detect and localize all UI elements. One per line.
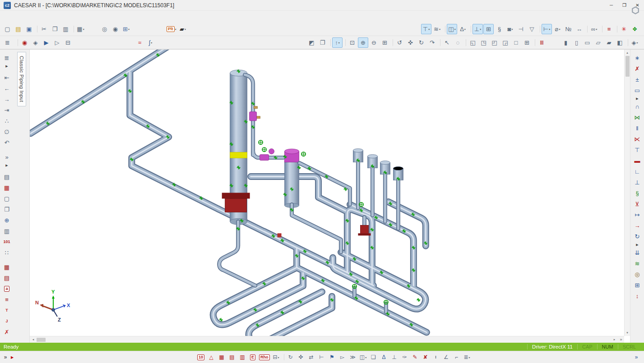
uniform-load-tool[interactable]: ⇊ xyxy=(632,247,643,258)
reducer-tool[interactable]: ⋉ xyxy=(632,133,643,144)
scroll-more-button[interactable]: » xyxy=(618,337,624,342)
scroll-left-button[interactable]: ◂ xyxy=(30,336,37,343)
view-side-button[interactable]: □▾ xyxy=(511,37,521,48)
view-bottom-button[interactable]: ◲▾ xyxy=(500,37,510,48)
error-flag-button[interactable]: △▾ xyxy=(206,352,216,362)
vertical-up-button[interactable]: ↑▾ xyxy=(332,37,343,48)
flange-database-button[interactable]: ▤ xyxy=(1,272,12,283)
markup-erase-button[interactable]: ✘▾ xyxy=(421,352,431,362)
flange-tool[interactable]: ‖ xyxy=(632,123,643,133)
four-view-tool[interactable]: ⊞ xyxy=(632,280,643,290)
anchors-toggle[interactable]: ⊞▾ xyxy=(483,24,494,34)
iso-plot-button[interactable]: ◩▾ xyxy=(306,37,317,48)
wind-load-tool[interactable]: ≋ xyxy=(632,258,643,269)
menu-edit[interactable] xyxy=(18,15,26,18)
silhouette-button[interactable]: ◧▾ xyxy=(615,37,625,48)
input-list-button[interactable]: ≣ xyxy=(1,52,12,63)
zoom-window-button[interactable]: ⊞▾ xyxy=(380,37,390,48)
elbow-tool[interactable]: ∟ xyxy=(632,166,643,177)
copy-button[interactable]: ❐▾ xyxy=(50,24,60,34)
undo-button[interactable]: ↶ xyxy=(1,137,12,148)
flyout-arrow[interactable]: ▶ xyxy=(633,96,641,101)
fast-forward-button[interactable]: ≫▾ xyxy=(348,352,358,362)
open-file-button[interactable]: ▤▾ xyxy=(13,24,23,34)
flip-view-button[interactable]: ⇄▾ xyxy=(306,352,316,362)
error-check-button[interactable]: ◉▾ xyxy=(19,37,30,48)
valve-database-button[interactable]: ▦ xyxy=(1,262,12,272)
translucent-render-button[interactable]: ▯▾ xyxy=(571,37,582,48)
valve-tool[interactable]: ⋈ xyxy=(632,112,643,123)
projection-button[interactable]: ◈▾ xyxy=(630,37,640,48)
find-distance-button[interactable]: ∅ xyxy=(1,126,12,137)
flag-node-button[interactable]: ⚑▾ xyxy=(327,352,337,362)
diameters-toggle[interactable]: ⌀▾ xyxy=(552,24,563,34)
expansion-joints-toggle[interactable]: ◙▾ xyxy=(505,24,515,34)
rotate-right-button[interactable]: ↻▾ xyxy=(416,37,426,48)
dynamic-output-button[interactable]: ∫▾ xyxy=(145,37,156,48)
walkthrough-button[interactable]: ↷▾ xyxy=(427,37,437,48)
node-numbers-toggle[interactable]: №▾ xyxy=(563,24,574,34)
menu-help[interactable] xyxy=(75,15,83,18)
spec-db-button[interactable]: ▥▾ xyxy=(237,352,247,362)
select-box-button[interactable]: ◌▾ xyxy=(453,37,463,48)
menu-model[interactable] xyxy=(26,15,34,18)
piping-input-button[interactable]: ≣▾ xyxy=(2,37,13,48)
classic-piping-input-tab[interactable]: Classic Piping Input xyxy=(17,52,26,106)
vscroll-thumb[interactable] xyxy=(625,56,630,77)
tee-tool[interactable]: ⊤ xyxy=(632,144,643,155)
anchor-tool[interactable]: ⊻ xyxy=(632,198,643,209)
alpha-database-button[interactable]: a xyxy=(1,283,12,294)
close-loop-tool[interactable]: ▭ xyxy=(632,85,643,96)
displacement-tool[interactable]: ↦ xyxy=(632,209,643,220)
select-cursor-button[interactable]: ↖▾ xyxy=(442,37,452,48)
display-colors-button[interactable]: |||▾ xyxy=(537,37,547,48)
view-front-button[interactable]: ◱▾ xyxy=(468,37,478,48)
minimize-button[interactable]: ─ xyxy=(605,0,618,10)
model-canvas[interactable]: Y X Z N xyxy=(30,50,624,336)
new-file-button[interactable]: ▢▾ xyxy=(2,24,13,34)
previous-element-button[interactable]: ← xyxy=(1,83,12,94)
valve-flange-db-button[interactable]: ▦▾ xyxy=(217,352,227,362)
hanger-tool[interactable]: § xyxy=(632,188,643,198)
display-options-toggle[interactable]: ◫▾ xyxy=(447,24,457,34)
beam-button[interactable]: I▾ xyxy=(431,352,441,362)
restore-button[interactable]: ❐ xyxy=(618,0,631,10)
menu-file[interactable] xyxy=(10,15,18,18)
flanges-toggle[interactable]: ⊣▾ xyxy=(516,24,526,34)
cut-button[interactable]: ✂▾ xyxy=(39,24,49,34)
wireframe-render-button[interactable]: ▭▾ xyxy=(582,37,593,48)
db-options-button[interactable]: ⊟▾ xyxy=(271,352,281,362)
vertical-scrollbar[interactable]: ▴ ▾ xyxy=(624,50,630,336)
insulation-tool[interactable]: ◎ xyxy=(632,269,643,280)
list-options-button[interactable]: ≣▾ xyxy=(462,352,472,362)
zoom-in-button[interactable]: ⊕▾ xyxy=(358,37,368,48)
print-plot-button[interactable]: ❐▾ xyxy=(317,37,328,48)
clipboard-button[interactable]: ▥ xyxy=(1,225,12,236)
input-spreadsheet-button[interactable]: ⊞▾ xyxy=(121,24,131,34)
renumber-nodes-button[interactable]: 101 xyxy=(1,236,12,247)
output-review-button[interactable]: ▷▾ xyxy=(52,37,62,48)
tees-toggle[interactable]: ⊢▾ xyxy=(542,24,552,34)
batch-run-button[interactable]: ⊟▾ xyxy=(63,37,73,48)
nozzles-toggle[interactable]: ▽▾ xyxy=(527,24,537,34)
bottom-flyout-arrow[interactable]: ▶ xyxy=(9,355,15,359)
scroll-up-button[interactable]: ▴ xyxy=(625,50,630,56)
refresh-plot-button[interactable]: ✳▾ xyxy=(619,24,629,34)
bottom-overflow-chevron[interactable]: » xyxy=(2,354,9,360)
displacements-toggle[interactable]: Δ▾ xyxy=(458,24,468,34)
snap-node-button[interactable]: ◎▾ xyxy=(99,24,110,34)
scroll-down-button[interactable]: ▾ xyxy=(625,330,630,336)
pan-button[interactable]: ✜▾ xyxy=(405,37,416,48)
grab-button[interactable]: » xyxy=(631,352,641,362)
flyout-arrow-2[interactable]: ▶ xyxy=(633,242,641,247)
node-display-toggle[interactable]: ⊤▾ xyxy=(421,24,431,34)
view-top-button[interactable]: ◰▾ xyxy=(489,37,500,48)
menu-global[interactable] xyxy=(42,15,51,18)
restraints-toggle[interactable]: ⊥▾ xyxy=(473,24,483,34)
flyout-arrow-2[interactable]: ▶ xyxy=(3,162,11,168)
material-db-button[interactable]: ▤▾ xyxy=(227,352,237,362)
dimension-button[interactable]: ⊢▾ xyxy=(317,352,327,362)
measure-tool[interactable]: ↕ xyxy=(632,290,643,301)
edit-elements-button[interactable]: ▦ xyxy=(1,182,12,193)
list-database-button[interactable]: ≡ xyxy=(1,294,12,305)
